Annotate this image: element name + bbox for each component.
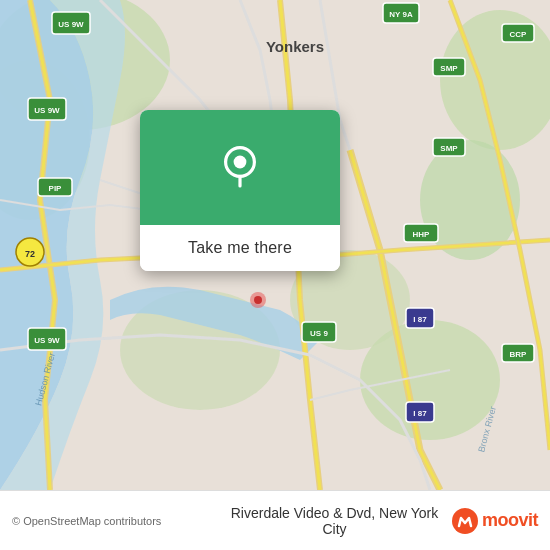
svg-text:PIP: PIP (49, 184, 63, 193)
svg-point-42 (234, 155, 247, 168)
bottom-bar: © OpenStreetMap contributors Riverdale V… (0, 490, 550, 550)
svg-text:US 9W: US 9W (58, 20, 84, 29)
svg-text:BRP: BRP (510, 350, 528, 359)
svg-text:I 87: I 87 (413, 409, 427, 418)
take-me-there-button[interactable]: Take me there (140, 225, 340, 271)
map-container: US 9W NY 9A CCP SMP SMP US 9W PIP HHP 72… (0, 0, 550, 490)
attribution-text: © OpenStreetMap contributors (12, 515, 227, 527)
svg-text:NY 9A: NY 9A (389, 10, 413, 19)
card-green-area (140, 110, 340, 225)
location-pin-icon (218, 146, 262, 190)
svg-text:US 9: US 9 (310, 329, 328, 338)
moovit-m-icon (457, 513, 473, 529)
svg-point-40 (254, 296, 262, 304)
svg-text:CCP: CCP (510, 30, 528, 39)
place-name-text: Riverdale Video & Dvd, New York City (227, 505, 442, 537)
moovit-logo: moovit (452, 508, 538, 534)
moovit-logo-icon (452, 508, 478, 534)
card-overlay: Take me there (140, 110, 340, 271)
svg-text:72: 72 (25, 249, 35, 259)
svg-text:SMP: SMP (440, 64, 458, 73)
svg-text:I 87: I 87 (413, 315, 427, 324)
svg-text:US 9W: US 9W (34, 336, 60, 345)
svg-text:SMP: SMP (440, 144, 458, 153)
svg-text:Yonkers: Yonkers (266, 38, 324, 55)
moovit-text: moovit (482, 510, 538, 531)
svg-text:US 9W: US 9W (34, 106, 60, 115)
svg-text:HHP: HHP (413, 230, 431, 239)
